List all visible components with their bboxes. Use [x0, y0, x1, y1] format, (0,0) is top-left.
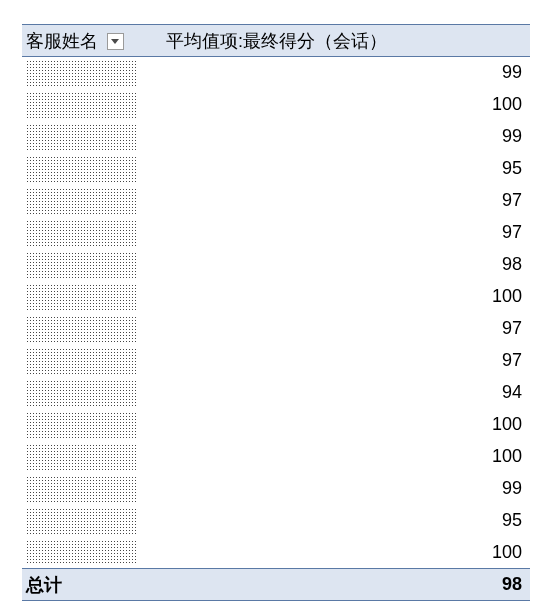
redacted-name — [26, 380, 136, 406]
redacted-name — [26, 444, 136, 470]
col-value-label: 平均值项:最终得分（会话） — [166, 31, 387, 51]
redacted-name — [26, 156, 136, 182]
value-cell: 97 — [162, 345, 530, 377]
table-row: 97 — [22, 217, 530, 249]
name-cell — [22, 537, 162, 569]
redacted-name — [26, 316, 136, 342]
name-cell — [22, 473, 162, 505]
table-row: 100 — [22, 281, 530, 313]
value-cell: 99 — [162, 57, 530, 89]
name-cell — [22, 345, 162, 377]
name-cell — [22, 409, 162, 441]
table-row: 95 — [22, 505, 530, 537]
redacted-name — [26, 412, 136, 438]
table-row: 100 — [22, 441, 530, 473]
name-cell — [22, 313, 162, 345]
value-cell: 100 — [162, 409, 530, 441]
table-row: 100 — [22, 89, 530, 121]
total-label: 总计 — [22, 569, 162, 601]
name-cell — [22, 89, 162, 121]
name-cell — [22, 505, 162, 537]
name-cell — [22, 249, 162, 281]
col-header-name[interactable]: 客服姓名 — [22, 25, 162, 57]
value-cell: 95 — [162, 153, 530, 185]
redacted-name — [26, 508, 136, 534]
value-cell: 95 — [162, 505, 530, 537]
filter-dropdown-icon[interactable] — [107, 33, 124, 50]
name-cell — [22, 441, 162, 473]
table-row: 100 — [22, 537, 530, 569]
total-value: 98 — [162, 569, 530, 601]
pivot-table: 客服姓名 平均值项:最终得分（会话） 991009995979798100979… — [22, 24, 530, 601]
value-cell: 100 — [162, 537, 530, 569]
value-cell: 100 — [162, 441, 530, 473]
value-cell: 97 — [162, 217, 530, 249]
table-row: 97 — [22, 345, 530, 377]
name-cell — [22, 153, 162, 185]
redacted-name — [26, 60, 136, 86]
redacted-name — [26, 540, 136, 566]
table-row: 97 — [22, 185, 530, 217]
name-cell — [22, 57, 162, 89]
redacted-name — [26, 188, 136, 214]
redacted-name — [26, 252, 136, 278]
col-header-value: 平均值项:最终得分（会话） — [162, 25, 530, 57]
name-cell — [22, 121, 162, 153]
table-row: 99 — [22, 121, 530, 153]
value-cell: 94 — [162, 377, 530, 409]
value-cell: 100 — [162, 89, 530, 121]
redacted-name — [26, 476, 136, 502]
table-row: 97 — [22, 313, 530, 345]
total-row: 总计98 — [22, 569, 530, 601]
redacted-name — [26, 124, 136, 150]
table-row: 98 — [22, 249, 530, 281]
table-row: 100 — [22, 409, 530, 441]
header-row: 客服姓名 平均值项:最终得分（会话） — [22, 25, 530, 57]
value-cell: 99 — [162, 121, 530, 153]
value-cell: 99 — [162, 473, 530, 505]
name-cell — [22, 281, 162, 313]
value-cell: 97 — [162, 313, 530, 345]
name-cell — [22, 217, 162, 249]
redacted-name — [26, 92, 136, 118]
redacted-name — [26, 348, 136, 374]
name-cell — [22, 377, 162, 409]
value-cell: 100 — [162, 281, 530, 313]
table-row: 95 — [22, 153, 530, 185]
table-row: 94 — [22, 377, 530, 409]
value-cell: 98 — [162, 249, 530, 281]
redacted-name — [26, 220, 136, 246]
col-name-label: 客服姓名 — [26, 31, 98, 51]
name-cell — [22, 185, 162, 217]
value-cell: 97 — [162, 185, 530, 217]
redacted-name — [26, 284, 136, 310]
table-row: 99 — [22, 473, 530, 505]
table-row: 99 — [22, 57, 530, 89]
